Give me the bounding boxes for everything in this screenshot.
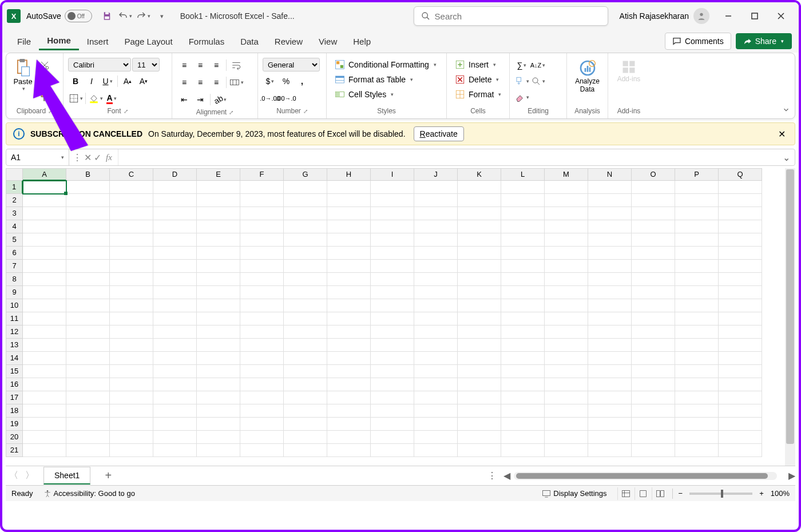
cell-L9[interactable] <box>501 286 545 299</box>
cell-A12[interactable] <box>23 325 66 339</box>
cell-B7[interactable] <box>66 260 110 273</box>
cell-H14[interactable] <box>327 352 371 365</box>
cell-F8[interactable] <box>240 273 284 286</box>
cell-L8[interactable] <box>501 273 545 286</box>
cell-styles-button[interactable]: Cell Styles▾ <box>331 88 397 101</box>
cell-M1[interactable] <box>545 181 588 194</box>
cell-H6[interactable] <box>327 247 371 260</box>
cell-M15[interactable] <box>545 365 588 378</box>
cell-D18[interactable] <box>153 404 197 418</box>
cell-O1[interactable] <box>632 181 675 194</box>
align-middle-button[interactable]: ≡ <box>193 58 208 73</box>
vertical-scrollbar[interactable] <box>785 168 795 466</box>
cell-D13[interactable] <box>153 339 197 352</box>
cell-B16[interactable] <box>66 378 110 391</box>
cell-L11[interactable] <box>501 312 545 325</box>
cell-I2[interactable] <box>371 194 414 207</box>
cell-O11[interactable] <box>632 312 675 325</box>
cell-A19[interactable] <box>23 418 66 431</box>
insert-cells-button[interactable]: Insert▾ <box>451 58 499 72</box>
row-header-14[interactable]: 14 <box>6 352 23 365</box>
maximize-button[interactable] <box>741 5 768 27</box>
cell-K3[interactable] <box>458 207 501 220</box>
row-header-19[interactable]: 19 <box>6 418 23 431</box>
increase-decimal-button[interactable]: .0→.00 <box>263 91 277 106</box>
cell-Q21[interactable] <box>719 444 762 457</box>
cell-G7[interactable] <box>284 260 327 273</box>
align-right-button[interactable]: ≡ <box>209 75 224 90</box>
cell-M6[interactable] <box>545 247 588 260</box>
cell-O12[interactable] <box>632 325 675 339</box>
cell-P5[interactable] <box>675 233 719 247</box>
cell-I11[interactable] <box>371 312 414 325</box>
cell-J16[interactable] <box>414 378 458 391</box>
cell-M10[interactable] <box>545 299 588 312</box>
cell-A10[interactable] <box>23 299 66 312</box>
user-account[interactable]: Atish Rajasekharan <box>620 8 709 24</box>
format-as-table-button[interactable]: Format as Table▾ <box>331 73 417 86</box>
cell-K17[interactable] <box>458 391 501 404</box>
column-header-A[interactable]: A <box>23 168 66 181</box>
cell-Q2[interactable] <box>719 194 762 207</box>
cell-J5[interactable] <box>414 233 458 247</box>
cell-L17[interactable] <box>501 391 545 404</box>
cell-Q17[interactable] <box>719 391 762 404</box>
paste-button[interactable]: Paste ▾ <box>11 58 35 92</box>
tab-data[interactable]: Data <box>232 33 267 50</box>
cell-J13[interactable] <box>414 339 458 352</box>
cell-M21[interactable] <box>545 444 588 457</box>
cell-A13[interactable] <box>23 339 66 352</box>
name-box[interactable]: A1▾ <box>6 149 69 165</box>
cell-G8[interactable] <box>284 273 327 286</box>
select-all-corner[interactable] <box>6 168 23 181</box>
cell-K16[interactable] <box>458 378 501 391</box>
cell-N11[interactable] <box>588 312 632 325</box>
cell-H20[interactable] <box>327 431 371 444</box>
cell-P3[interactable] <box>675 207 719 220</box>
column-header-F[interactable]: F <box>240 168 284 181</box>
cell-A9[interactable] <box>23 286 66 299</box>
cell-M14[interactable] <box>545 352 588 365</box>
cell-E8[interactable] <box>197 273 240 286</box>
cell-M11[interactable] <box>545 312 588 325</box>
cell-N9[interactable] <box>588 286 632 299</box>
cell-C1[interactable] <box>110 181 153 194</box>
ribbon-collapse-button[interactable] <box>782 106 790 116</box>
cell-N8[interactable] <box>588 273 632 286</box>
cell-L21[interactable] <box>501 444 545 457</box>
cell-P1[interactable] <box>675 181 719 194</box>
cell-O9[interactable] <box>632 286 675 299</box>
accessibility-status[interactable]: Accessibility: Good to go <box>43 489 135 498</box>
cell-F10[interactable] <box>240 299 284 312</box>
column-header-I[interactable]: I <box>371 168 414 181</box>
border-button[interactable]: ▾ <box>68 91 83 106</box>
fx-icon[interactable]: fx <box>104 153 114 162</box>
cell-O7[interactable] <box>632 260 675 273</box>
cell-D12[interactable] <box>153 325 197 339</box>
column-header-Q[interactable]: Q <box>719 168 762 181</box>
cell-J12[interactable] <box>414 325 458 339</box>
addins-button[interactable]: Add-ins <box>613 58 645 83</box>
cell-A14[interactable] <box>23 352 66 365</box>
cell-D9[interactable] <box>153 286 197 299</box>
cell-H3[interactable] <box>327 207 371 220</box>
autosave-toggle[interactable]: Off <box>65 10 92 22</box>
merge-center-button[interactable]: ▾ <box>229 75 244 90</box>
cell-F19[interactable] <box>240 418 284 431</box>
cell-E3[interactable] <box>197 207 240 220</box>
cell-F6[interactable] <box>240 247 284 260</box>
cell-A21[interactable] <box>23 444 66 457</box>
cell-J20[interactable] <box>414 431 458 444</box>
cell-P18[interactable] <box>675 404 719 418</box>
row-header-15[interactable]: 15 <box>6 365 23 378</box>
row-header-10[interactable]: 10 <box>6 299 23 312</box>
tab-file[interactable]: File <box>9 33 39 50</box>
row-header-7[interactable]: 7 <box>6 260 23 273</box>
cell-Q19[interactable] <box>719 418 762 431</box>
cell-P9[interactable] <box>675 286 719 299</box>
cell-H21[interactable] <box>327 444 371 457</box>
cell-J7[interactable] <box>414 260 458 273</box>
cell-J2[interactable] <box>414 194 458 207</box>
cell-P2[interactable] <box>675 194 719 207</box>
cell-A16[interactable] <box>23 378 66 391</box>
